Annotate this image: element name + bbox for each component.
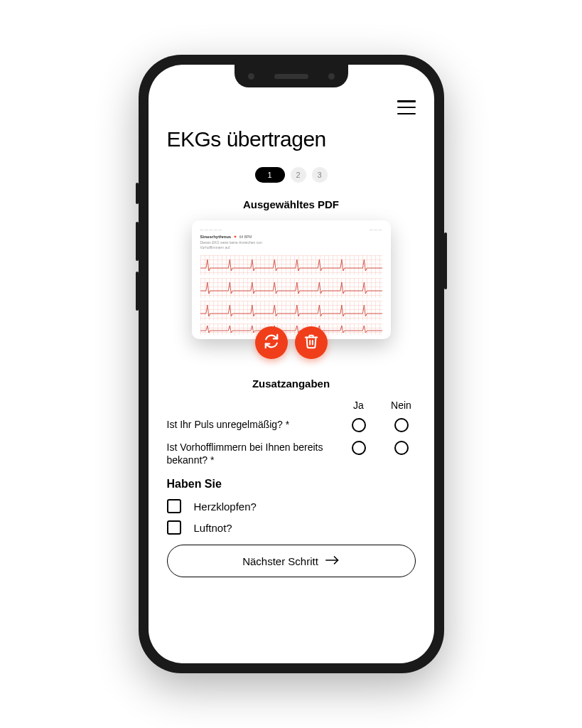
pdf-bpm: 64 BPM [239,235,252,239]
q1-yes-radio[interactable] [352,418,366,432]
refresh-icon [264,333,279,352]
heart-icon: ♥ [234,235,237,239]
symptom-2-label: Luftnot? [194,522,232,534]
refresh-button[interactable] [255,326,288,359]
ecg-strip [200,255,382,275]
q2-no-radio[interactable] [394,441,409,455]
pdf-preview-card[interactable]: — — — — — — — — Sinusrhythmus ♥ 64 BPM D… [192,220,391,339]
step-3[interactable]: 3 [312,167,328,183]
yes-label: Ja [345,400,373,411]
step-2[interactable]: 2 [291,167,306,183]
pdf-note-2: Vorhofflimmern auf. [200,245,231,250]
symptom-1-label: Herzklopfen? [194,500,257,513]
phone-frame: EKGs übertragen 1 2 3 Ausgewähltes PDF —… [139,55,444,673]
notch [235,65,348,87]
screen: EKGs übertragen 1 2 3 Ausgewähltes PDF —… [149,65,434,663]
question-2: Ist Vorhofflimmern bei Ihnen bereits bek… [167,441,345,466]
ecg-strip [200,301,382,321]
symptom-1-checkbox[interactable] [167,499,181,513]
next-step-label: Nächster Schritt [242,555,318,567]
no-label: Nein [387,400,416,411]
symptom-row: Luftnot? [167,520,416,535]
topbar [167,100,416,114]
q2-yes-radio[interactable] [352,441,366,455]
menu-icon[interactable] [397,100,416,114]
side-button [444,232,447,289]
arrow-right-icon [325,555,340,567]
q1-no-radio[interactable] [394,418,409,432]
next-step-button[interactable]: Nächster Schritt [167,545,416,577]
symptom-row: Herzklopfen? [167,499,416,513]
question-row: Ist Ihr Puls unregelmäßig? * [167,418,416,432]
pdf-note-1: Dieses EKG weist keine Anzeichen von [200,240,262,245]
side-button [136,183,139,204]
stepper: 1 2 3 [167,167,416,183]
ecg-strip [200,278,382,298]
symptom-2-checkbox[interactable] [167,520,181,535]
step-active[interactable]: 1 [255,167,285,183]
trash-icon [303,333,319,352]
pdf-section-label: Ausgewähltes PDF [167,198,416,210]
side-button [136,272,139,311]
pdf-action-row [167,326,416,359]
extras-section-label: Zusatzangaben [167,378,416,390]
app-content: EKGs übertragen 1 2 3 Ausgewähltes PDF —… [149,65,434,663]
symptom-heading: Haben Sie [167,478,416,491]
pdf-preview-header: — — — — — — — — [200,228,382,232]
radio-header: Ja Nein [167,400,416,411]
side-button [136,222,139,261]
question-row: Ist Vorhofflimmern bei Ihnen bereits bek… [167,441,416,466]
delete-button[interactable] [295,326,328,359]
question-1: Ist Ihr Puls unregelmäßig? * [167,418,345,431]
page-title: EKGs übertragen [167,127,416,151]
pdf-sinus-label: Sinusrhythmus [200,235,232,239]
